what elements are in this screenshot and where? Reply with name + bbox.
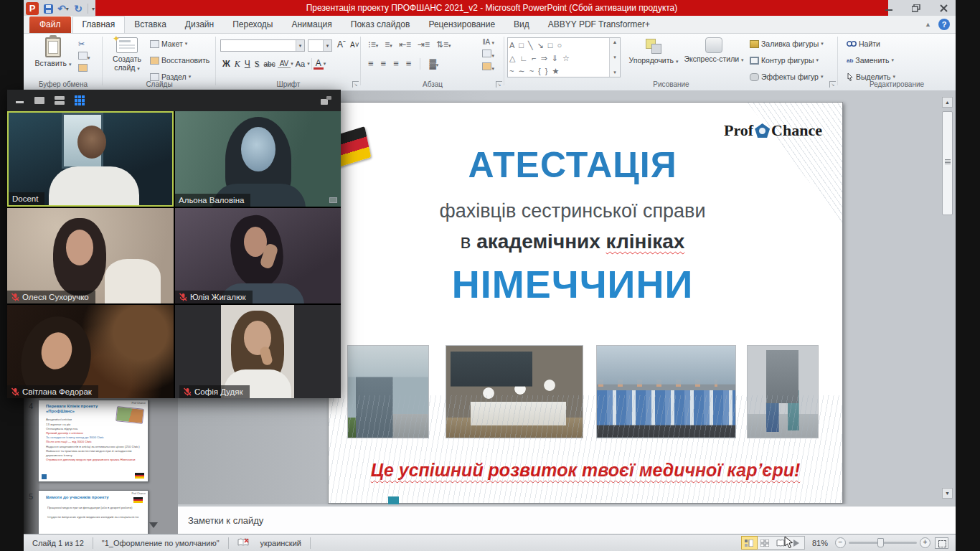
powerpoint-app-icon[interactable]: P: [26, 2, 39, 15]
video-tile-alona[interactable]: Альона Валовіна: [175, 111, 341, 207]
increase-indent-button[interactable]: ⇥≡: [418, 39, 430, 50]
zoom-track[interactable]: [849, 542, 917, 544]
paste-button[interactable]: Вставить ▾: [34, 37, 72, 67]
text-direction-button[interactable]: ‖A ▾: [482, 38, 494, 46]
restore-button[interactable]: [908, 1, 924, 14]
line-spacing-button[interactable]: ⇅≡▾: [436, 39, 451, 50]
slide-title[interactable]: АТЕСТАЦІЯ: [357, 144, 788, 186]
case-dropdown[interactable]: ▾: [307, 61, 310, 67]
character-spacing-button[interactable]: AV: [278, 60, 291, 68]
redo-button[interactable]: ↻: [72, 3, 84, 14]
align-text-button[interactable]: ▾: [482, 50, 494, 59]
slide-slogan[interactable]: Це успішний розвиток твоєї медичної кар’…: [329, 460, 842, 481]
scroll-down-button[interactable]: ▼: [942, 488, 953, 499]
zoom-thumb[interactable]: [877, 538, 884, 547]
align-center-button[interactable]: ≡: [381, 58, 387, 70]
numbering-button[interactable]: ≡▾: [385, 39, 392, 50]
tab-abbyy[interactable]: ABBYY PDF Transformer+: [539, 17, 659, 33]
tab-slideshow[interactable]: Показ слайдов: [341, 17, 420, 33]
zoom-meeting-window[interactable]: Docent Альона Валовіна Олеся Сухоручко: [7, 90, 341, 398]
tab-animations[interactable]: Анимация: [282, 17, 341, 33]
bullets-button[interactable]: ⁝≡▾: [368, 39, 378, 50]
decrease-indent-button[interactable]: ⇤≡: [399, 39, 411, 50]
slide-sorter-view-button[interactable]: [758, 537, 773, 549]
text-shadow-button[interactable]: S: [253, 59, 262, 70]
quick-styles-button[interactable]: Экспресс-стили ▾: [682, 37, 745, 63]
spellcheck-button[interactable]: [229, 537, 258, 548]
strikethrough-button[interactable]: abc: [262, 60, 278, 68]
reset-button[interactable]: Восстановить: [150, 56, 209, 65]
zoom-in-button[interactable]: +: [920, 537, 930, 548]
italic-button[interactable]: К: [232, 59, 242, 70]
close-button[interactable]: [936, 1, 951, 14]
slide-canvas[interactable]: Prof Chance АТЕСТАЦІЯ фахівців сестринсь…: [328, 102, 843, 504]
language-indicator[interactable]: украинский: [258, 539, 310, 547]
shapes-scrollbar[interactable]: ▲▾▾: [609, 38, 620, 77]
slide-country[interactable]: НІМЕЧЧИНИ: [357, 262, 788, 306]
undo-button[interactable]: ↶▾: [57, 3, 69, 14]
thumbnail-view-icon[interactable]: [55, 96, 65, 105]
tab-review[interactable]: Рецензирование: [419, 17, 504, 33]
change-case-button[interactable]: Aa: [293, 60, 307, 68]
slide-thumbnail-5[interactable]: 5 Prof Chance Вимоги до учасників проект…: [38, 490, 150, 534]
shape-fill-button[interactable]: Заливка фигуры▾: [750, 39, 824, 48]
group-paragraph: ⁝≡▾ ≡▾ ⇤≡ ⇥≡ ⇅≡▾ ≡ ≡ ≡ ≡ ▓▾ ‖A ▾ ▾: [361, 34, 504, 90]
tab-home[interactable]: Главная: [72, 16, 126, 33]
zoom-minimize-icon[interactable]: [16, 97, 24, 104]
fit-to-window-button[interactable]: [935, 537, 948, 549]
normal-view-button[interactable]: [742, 537, 757, 549]
replace-button[interactable]: ab Заменить▾: [847, 56, 894, 65]
customize-qat-button[interactable]: ▾: [92, 6, 95, 12]
tab-file[interactable]: Файл: [29, 17, 71, 33]
minimize-button[interactable]: [881, 1, 897, 14]
format-painter-button[interactable]: [78, 64, 90, 73]
arrange-button[interactable]: Упорядочить ▾: [628, 37, 679, 65]
theme-name[interactable]: "1_Оформление по умолчанию": [93, 539, 228, 547]
find-button[interactable]: Найти: [847, 39, 880, 48]
gallery-view-icon[interactable]: [75, 95, 85, 105]
layout-button[interactable]: Макет▾: [150, 39, 187, 48]
copy-button[interactable]: ▾: [78, 52, 90, 61]
font-name-combo[interactable]: ▾: [220, 39, 305, 52]
align-right-button[interactable]: ≡: [393, 58, 399, 70]
notes-pane[interactable]: Заметки к слайду: [178, 504, 956, 534]
font-size-combo[interactable]: ▾: [308, 39, 332, 52]
font-color-button[interactable]: А: [314, 59, 324, 70]
new-slide-button[interactable]: ✦ Создать слайд ▾: [107, 37, 147, 72]
save-button[interactable]: [42, 3, 54, 14]
scrollbar-thumb[interactable]: [942, 111, 953, 215]
tab-view[interactable]: Вид: [504, 17, 539, 33]
underline-button[interactable]: Ч: [242, 59, 253, 69]
slide-thumbnail-4[interactable]: 4 Prof Chance Переваги Клінік проекту «П…: [38, 400, 150, 482]
tab-insert[interactable]: Вставка: [125, 17, 176, 33]
zoom-percentage[interactable]: 81%: [809, 539, 831, 547]
scroll-up-button[interactable]: ▲: [942, 97, 953, 108]
font-color-dropdown[interactable]: ▾: [324, 61, 326, 67]
tab-design[interactable]: Дизайн: [176, 17, 223, 33]
shrink-font-button[interactable]: A˅: [348, 41, 362, 49]
justify-button[interactable]: ≡: [406, 58, 412, 70]
slide-line3[interactable]: в академічних клініках: [357, 230, 788, 253]
video-tile-docent[interactable]: Docent: [7, 111, 174, 207]
shapes-gallery[interactable]: A□╲↘□○ △∟⌐⇒⇓☆ ~∼~{}★ ▲▾▾: [507, 37, 621, 77]
video-tile-svitlana[interactable]: Світлана Федорак: [7, 305, 174, 398]
shape-outline-button[interactable]: Контур фигуры▾: [750, 56, 819, 65]
video-tile-sofiia[interactable]: Софія Дудяк: [175, 305, 341, 398]
align-left-button[interactable]: ≡: [368, 58, 374, 70]
vertical-scrollbar[interactable]: ▲ ▼: [942, 97, 953, 499]
help-button[interactable]: ?: [938, 19, 950, 30]
exit-fullscreen-icon[interactable]: [321, 96, 332, 105]
zoom-out-button[interactable]: −: [835, 537, 846, 548]
thumbnails-scroll-down-icon[interactable]: [149, 522, 158, 528]
columns-button[interactable]: ▓▾: [429, 58, 438, 70]
video-tile-olesia[interactable]: Олеся Сухоручко: [7, 208, 174, 303]
speaker-view-icon[interactable]: [34, 97, 44, 105]
grow-font-button[interactable]: Aˉ: [335, 39, 348, 50]
slide-subtitle[interactable]: фахівців сестринської справи: [357, 200, 788, 222]
smartart-convert-button[interactable]: ▾: [482, 62, 494, 72]
cut-button[interactable]: ✂: [78, 39, 90, 49]
video-tile-yuliia[interactable]: Юлія Жигалюк: [175, 208, 341, 303]
bold-button[interactable]: Ж: [220, 59, 232, 69]
collapse-ribbon-icon[interactable]: ▲: [925, 21, 931, 28]
tab-transitions[interactable]: Переходы: [223, 17, 282, 33]
